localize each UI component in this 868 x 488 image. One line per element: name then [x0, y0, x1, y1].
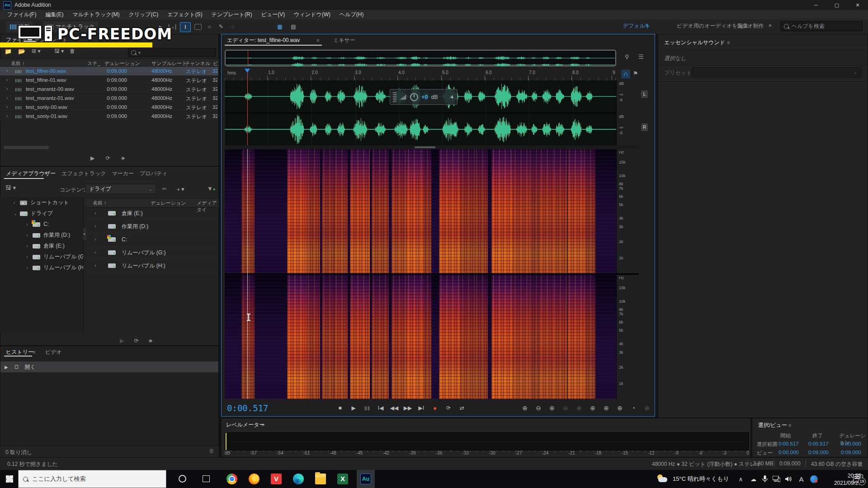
close-button[interactable]: ✕ [847, 0, 868, 10]
selection-start[interactable]: 0:00.517 [778, 441, 799, 446]
panel-tab[interactable]: マーカー [112, 170, 134, 178]
spectral-display-toggle-icon[interactable]: ▦ [275, 22, 285, 31]
expand-chevron-icon[interactable]: › [94, 259, 96, 272]
editor-menu-icon[interactable]: ≡ [316, 38, 319, 43]
loop-icon[interactable]: ⟳ [134, 338, 139, 344]
column-header[interactable]: デュレーション [104, 60, 140, 67]
zoom-button-7[interactable]: ⊕ [600, 404, 612, 413]
panel-tab[interactable]: メディアブラウザー [6, 170, 56, 178]
history-menu-icon[interactable]: ≡ [33, 349, 35, 355]
tab-history[interactable]: ヒストリー [6, 348, 33, 356]
paintbrush-tool-icon[interactable]: ✎ [216, 22, 226, 31]
media-list-row[interactable]: › リムーバブル (G:) [86, 246, 218, 259]
new-file-icon[interactable]: ⊞ ▾ [32, 48, 40, 54]
media-list-row[interactable]: › 作業用 (D:) [86, 220, 218, 233]
speaker-icon[interactable] [785, 476, 793, 482]
overview-strip[interactable] [225, 50, 616, 66]
import-file-icon[interactable]: 📂 [18, 48, 25, 55]
file-row[interactable]: › test_fifine-00.wav 0:09.000 48000Hz ステ… [0, 67, 218, 76]
menu-item[interactable]: ビュー(V) [257, 11, 290, 19]
menu-item[interactable]: ウィンドウ(W) [289, 11, 335, 19]
zoom-button-8[interactable]: ⊕ [614, 404, 626, 413]
export-icon[interactable]: 🖫 ▾ [54, 48, 64, 54]
expand-chevron-icon[interactable]: › [6, 104, 8, 109]
contents-dropdown[interactable]: ドライブ⌄ [85, 184, 156, 194]
record-button[interactable]: ● [429, 403, 441, 413]
workspace-radio-production[interactable]: ラジオ制作 [736, 22, 764, 30]
tree-chevron-icon[interactable]: ⌄ [14, 208, 20, 219]
expand-chevron-icon[interactable]: › [94, 220, 96, 233]
zoom-button-6[interactable]: ⊕ [587, 404, 599, 413]
level-meter-menu-icon[interactable]: ≡ [261, 422, 264, 427]
delete-file-icon[interactable]: 🗑 [70, 48, 75, 54]
workspace-menu-icon[interactable]: ≡ [645, 22, 648, 28]
taskbar-edge-icon[interactable] [293, 474, 304, 484]
tree-chevron-icon[interactable]: › [26, 252, 33, 262]
files-hscrollbar[interactable] [4, 146, 49, 149]
zoom-button-3[interactable]: ⊕ [546, 404, 558, 413]
play-button[interactable]: ▶ [347, 403, 360, 413]
view-end[interactable]: 0:09.000 [808, 450, 829, 455]
taskbar-audition-icon[interactable]: Au [360, 474, 371, 484]
selection-end[interactable]: 0:00.517 [808, 441, 829, 446]
files-search-input[interactable]: ▾ [128, 48, 216, 57]
column-header[interactable]: ステ_ [87, 60, 100, 67]
start-button[interactable] [6, 475, 13, 483]
add-icon[interactable]: ＋▾ [175, 185, 184, 193]
snap-magnet-icon[interactable]: ∩ [621, 70, 630, 79]
lasso-selection-tool-icon[interactable]: ○ [204, 22, 214, 31]
hud-grip-icon[interactable] [393, 92, 396, 102]
media-browser-menu-icon[interactable]: ≡ [44, 170, 47, 176]
file-row[interactable]: › test_sonly-00.wav 0:09.000 48000Hz ステレ… [0, 103, 218, 112]
essential-sound-title[interactable]: エッセンシャルサウンド [664, 39, 725, 47]
tree-item[interactable]: ›リムーバブル (G:) [0, 251, 83, 262]
spectrogram-right[interactable] [225, 275, 616, 399]
task-view-icon[interactable] [203, 475, 210, 482]
tree-item[interactable]: ›ショートカット [0, 197, 83, 208]
taskbar-search-input[interactable]: ここに入力して検索 [18, 470, 166, 488]
time-selection-tool-icon[interactable]: I [180, 22, 191, 32]
skip-selection-button[interactable]: ⇄ [456, 403, 468, 413]
skip-end-button[interactable]: ▶Ⅰ [415, 403, 428, 413]
column-header[interactable]: 名前 ↑ [11, 60, 25, 67]
column-header[interactable]: ビ [213, 60, 218, 67]
view-start[interactable]: 0:00.000 [778, 450, 799, 455]
menu-item[interactable]: ファイル(F) [3, 11, 41, 19]
workspace-overflow-chevron[interactable]: » [769, 22, 772, 28]
pause-button[interactable]: ▮▮ [361, 403, 373, 413]
volume-hud[interactable]: +0 dB ➤ [390, 89, 458, 105]
tab-video[interactable]: ビデオ [45, 348, 62, 356]
onedrive-icon[interactable]: ☁ [750, 476, 757, 483]
tree-collapse-handle[interactable]: ◂ [83, 228, 86, 240]
selection-duration[interactable]: 0:00.000 [841, 441, 861, 446]
preset-dropdown[interactable]: ⌄ [692, 67, 861, 78]
menu-item[interactable]: マルチトラック(M) [68, 11, 124, 19]
expand-chevron-icon[interactable]: › [94, 233, 96, 246]
hud-pin-icon[interactable]: ➤ [448, 93, 456, 101]
spot-healing-tool-icon[interactable]: ◌ [228, 22, 238, 31]
taskbar-explorer-icon[interactable] [315, 474, 326, 484]
zoom-button-2[interactable]: ⊖ [533, 404, 544, 413]
waveform-spectral-splitter[interactable] [225, 145, 639, 149]
tree-chevron-icon[interactable]: › [26, 241, 33, 251]
column-header[interactable]: チャンネル [185, 60, 210, 67]
file-row[interactable]: › test_marantz-01.wav 0:09.000 48000Hz ス… [0, 94, 218, 103]
auto-play-speaker-icon[interactable]: 🕪 [149, 338, 152, 344]
ime-mode-icon[interactable]: A [797, 475, 805, 483]
channel-badge-right[interactable]: R [641, 123, 648, 131]
taskbar-weather[interactable]: 15°C 晴れ時々くもり [656, 470, 729, 488]
file-row[interactable]: › test_fifine-01.wav 0:09.000 48000Hz ステ… [0, 76, 218, 85]
stop-button[interactable]: ■ [334, 403, 346, 413]
file-row[interactable]: › test_sonly-01.wav 0:09.000 48000Hz ステレ… [0, 112, 218, 121]
file-row[interactable]: › test_marantz-00.wav 0:09.000 48000Hz ス… [0, 85, 218, 94]
skip-start-button[interactable]: Ⅰ◀ [374, 403, 387, 413]
taskbar-vivaldi-icon[interactable]: V [271, 474, 282, 484]
media-list-row[interactable]: › C: [86, 233, 218, 246]
minimize-button[interactable]: ─ [806, 0, 826, 10]
marquee-selection-tool-icon[interactable] [194, 24, 202, 30]
help-search-input[interactable]: ヘルプを検索 [780, 21, 863, 31]
tab-mixer[interactable]: ミキサー [333, 37, 355, 44]
timecode-display[interactable]: 0:00.517 [227, 403, 269, 413]
tray-expand-icon[interactable]: ∧ [737, 476, 745, 483]
media-list-row[interactable]: › リムーバブル (H:) [86, 259, 218, 272]
